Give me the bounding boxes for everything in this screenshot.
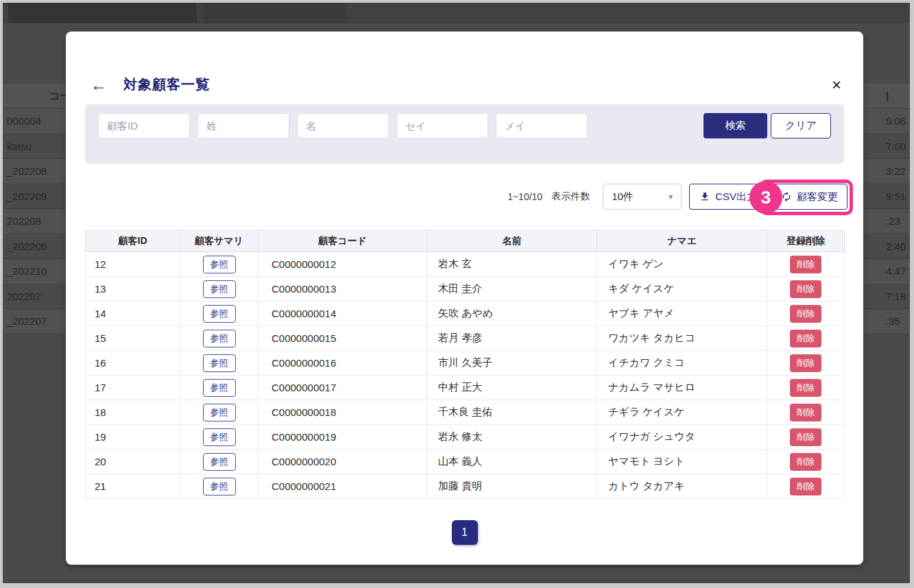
col-header-customer-code: 顧客コード: [258, 231, 427, 252]
cell-customer-code: C0000000014: [258, 302, 427, 326]
page-size-value: 10件: [612, 191, 634, 204]
col-header-delete: 登録削除: [767, 231, 845, 252]
cell-name-kana: ナカムラ マサヒロ: [597, 376, 767, 400]
cell-customer-id: 12: [86, 252, 180, 277]
back-arrow-icon[interactable]: ←: [91, 77, 107, 93]
csv-export-label: CSV出力: [715, 191, 757, 204]
cell-name: 若月 孝彦: [427, 326, 597, 351]
cell-customer-id: 14: [86, 302, 180, 326]
cell-customer-code: C0000000018: [258, 400, 427, 425]
result-range-text: 1~10/10: [507, 191, 542, 202]
first-name-input[interactable]: [297, 113, 389, 138]
csv-export-button[interactable]: CSV出力: [689, 184, 767, 210]
last-name-kana-input[interactable]: [396, 113, 488, 138]
search-panel: 検索 クリア: [85, 104, 844, 164]
last-name-input[interactable]: [197, 113, 289, 138]
reference-button[interactable]: 参照: [203, 256, 236, 273]
cell-name-kana: キダ ケイスケ: [597, 277, 767, 302]
cell-customer-summary: 参照: [180, 425, 258, 450]
cell-name-kana: イチカワ クミコ: [597, 351, 767, 376]
cell-customer-code: C0000000020: [258, 450, 427, 474]
cell-customer-code: C0000000012: [258, 252, 427, 277]
reference-button[interactable]: 参照: [203, 379, 236, 397]
search-button[interactable]: 検索: [703, 113, 767, 138]
cell-customer-code: C0000000019: [258, 425, 427, 450]
cell-customer-summary: 参照: [180, 277, 258, 302]
delete-button[interactable]: 削除: [790, 453, 821, 471]
table-row: 20参照C0000000020山本 義人ヤマモト ヨシト削除: [86, 450, 845, 474]
backdrop-cell-right: :23: [886, 215, 900, 227]
table-row: 18参照C0000000018千木良 圭佑チギラ ケイスケ削除: [86, 400, 845, 425]
clear-button[interactable]: クリア: [771, 113, 831, 138]
backdrop-cell-right: 7:18: [886, 291, 906, 302]
delete-button[interactable]: 削除: [790, 256, 821, 273]
reference-button[interactable]: 参照: [203, 453, 236, 471]
reference-button[interactable]: 参照: [203, 404, 236, 421]
cell-delete: 削除: [767, 450, 845, 474]
delete-button[interactable]: 削除: [790, 305, 821, 323]
reference-button[interactable]: 参照: [203, 354, 236, 372]
download-icon: [699, 191, 710, 202]
backdrop-cell-left: 202207: [7, 291, 41, 302]
backdrop-cell-right: 2:40: [886, 241, 906, 252]
backdrop-cell-left: 000004: [7, 115, 41, 127]
cell-customer-id: 18: [86, 400, 180, 425]
delete-button[interactable]: 削除: [790, 478, 821, 495]
first-name-kana-input[interactable]: [496, 113, 588, 138]
cell-customer-code: C0000000016: [258, 351, 427, 376]
delete-button[interactable]: 削除: [790, 379, 821, 397]
cell-delete: 削除: [767, 277, 845, 302]
col-header-customer-id: 顧客ID: [86, 231, 180, 252]
cell-name: 千木良 圭佑: [427, 400, 597, 425]
cell-customer-id: 17: [86, 376, 180, 400]
table-row: 19参照C0000000019岩永 修太イワナガ シュウタ削除: [86, 425, 845, 450]
delete-button[interactable]: 削除: [790, 354, 821, 372]
backdrop-cell-left: katsu: [7, 140, 32, 152]
cell-name-kana: イワキ ゲン: [597, 252, 767, 277]
cell-customer-code: C0000000021: [258, 474, 427, 499]
reference-button[interactable]: 参照: [203, 478, 236, 495]
backdrop-cell-right: 4:47: [886, 265, 906, 277]
page-title: 対象顧客一覧: [123, 75, 210, 94]
cell-name: 市川 久美子: [427, 351, 597, 376]
cell-customer-summary: 参照: [180, 252, 258, 277]
cell-delete: 削除: [767, 326, 845, 351]
cell-name-kana: ヤブキ アヤメ: [597, 302, 767, 326]
customer-change-label: 顧客変更: [797, 191, 838, 204]
cell-customer-summary: 参照: [180, 326, 258, 351]
customer-change-button[interactable]: 顧客変更: [771, 184, 847, 210]
cell-delete: 削除: [767, 425, 845, 450]
delete-button[interactable]: 削除: [790, 428, 821, 446]
cell-name-kana: ワカツキ タカヒコ: [597, 326, 767, 351]
table-row: 21参照C0000000021加藤 貴明カトウ タカアキ削除: [86, 474, 845, 499]
backdrop-col-header-right: |: [886, 90, 889, 101]
backdrop-cell-left: _202209: [7, 241, 47, 252]
cell-customer-summary: 参照: [180, 450, 258, 474]
table-row: 14参照C0000000014矢吹 あやめヤブキ アヤメ削除: [86, 302, 845, 326]
cell-name: 矢吹 あやめ: [427, 302, 597, 326]
backdrop-cell-left: _202207: [7, 315, 47, 327]
delete-button[interactable]: 削除: [790, 404, 821, 421]
reference-button[interactable]: 参照: [203, 428, 236, 446]
cell-customer-code: C0000000013: [258, 277, 427, 302]
cell-name: 山本 義人: [427, 450, 597, 474]
delete-button[interactable]: 削除: [790, 330, 821, 347]
delete-button[interactable]: 削除: [790, 280, 821, 298]
page-1-button[interactable]: 1: [452, 520, 478, 545]
refresh-icon: [781, 191, 792, 202]
backdrop-cell-right: :35: [886, 315, 900, 327]
reference-button[interactable]: 参照: [203, 305, 236, 323]
col-header-name-kana: ナマエ: [597, 231, 767, 252]
pagination: 1: [66, 520, 863, 545]
cell-customer-id: 13: [86, 277, 180, 302]
chevron-down-icon: ▾: [669, 192, 673, 201]
customer-id-input[interactable]: [98, 113, 190, 138]
cell-name-kana: カトウ タカアキ: [597, 474, 767, 499]
table-row: 15参照C0000000015若月 孝彦ワカツキ タカヒコ削除: [86, 326, 845, 351]
customer-table: 顧客ID 顧客サマリ 顧客コード 名前 ナマエ 登録削除 12参照C000000…: [85, 230, 845, 499]
reference-button[interactable]: 参照: [203, 280, 236, 298]
reference-button[interactable]: 参照: [203, 330, 236, 347]
page-size-select[interactable]: 10件 ▾: [603, 184, 682, 210]
backdrop-cell-left: _202210: [7, 265, 47, 277]
close-icon[interactable]: ×: [832, 77, 841, 93]
